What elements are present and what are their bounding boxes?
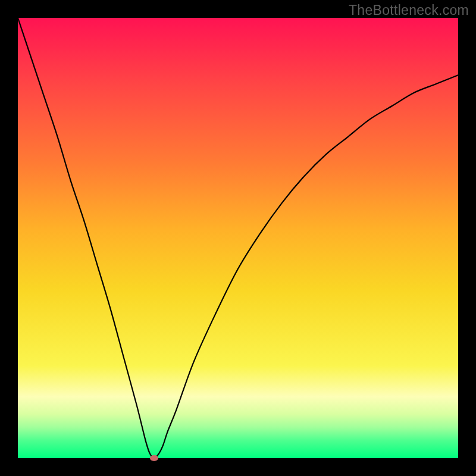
plot-area (18, 18, 458, 458)
bottleneck-curve-path (18, 18, 458, 458)
curve-svg (18, 18, 458, 458)
watermark-text: TheBottleneck.com (349, 2, 469, 18)
chart-container: TheBottleneck.com (0, 0, 476, 476)
optimum-marker (150, 455, 158, 461)
